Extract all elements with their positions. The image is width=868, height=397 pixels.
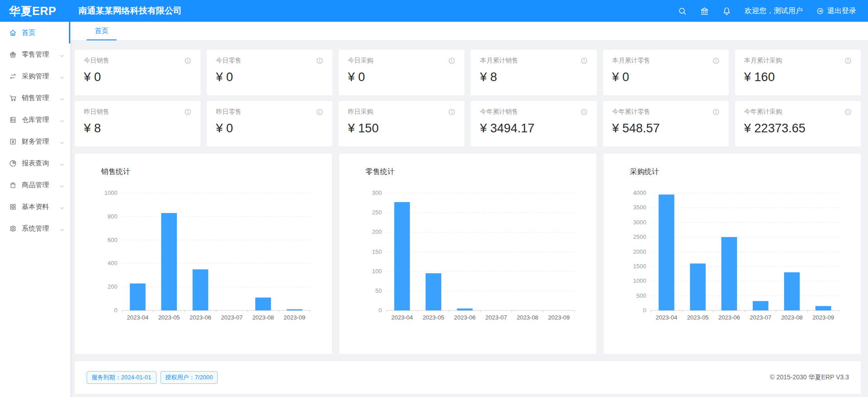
svg-text:2500: 2500 bbox=[633, 233, 646, 240]
gift-icon bbox=[9, 51, 17, 58]
sidebar-item-label: 商品管理 bbox=[22, 181, 49, 189]
sidebar-item-warehouse[interactable]: 仓库管理 bbox=[0, 109, 70, 131]
header-actions: 欢迎您，测试用户 退出登录 bbox=[678, 6, 868, 16]
footer-badge[interactable]: 服务到期：2024-01-01 bbox=[87, 371, 156, 384]
info-icon[interactable] bbox=[844, 108, 852, 116]
stat-card: 今年累计零售 ¥ 548.57 bbox=[603, 101, 729, 146]
svg-text:2000: 2000 bbox=[633, 248, 646, 255]
info-icon[interactable] bbox=[448, 108, 455, 116]
info-icon[interactable] bbox=[316, 108, 323, 116]
info-icon[interactable] bbox=[580, 57, 588, 64]
stat-card: 本月累计零售 ¥ 0 bbox=[603, 50, 729, 95]
stat-card-title: 今日零售 bbox=[216, 57, 241, 65]
info-icon[interactable] bbox=[712, 57, 720, 64]
info-icon[interactable] bbox=[712, 108, 720, 116]
sidebar-item-label: 系统管理 bbox=[22, 224, 49, 233]
info-icon[interactable] bbox=[316, 57, 323, 64]
bar-chart-purchase[interactable]: 050010001500200025003000350040002023-042… bbox=[609, 180, 861, 334]
sidebar-item-label: 首页 bbox=[22, 29, 35, 37]
chart-title: 销售统计 bbox=[101, 167, 332, 177]
bar-chart-sales[interactable]: 020040060080010002023-042023-052023-0620… bbox=[80, 180, 332, 334]
stat-card-value: ¥ 22373.65 bbox=[744, 121, 852, 136]
logout-button[interactable]: 退出登录 bbox=[816, 6, 856, 16]
info-icon[interactable] bbox=[580, 108, 588, 116]
pie-chart-icon bbox=[9, 160, 17, 167]
chevron-down-icon bbox=[59, 52, 64, 57]
svg-text:2023-06: 2023-06 bbox=[454, 314, 476, 321]
svg-text:4000: 4000 bbox=[633, 189, 646, 196]
sidebar-item-purchase[interactable]: 采购管理 bbox=[0, 65, 70, 87]
svg-text:2023-05: 2023-05 bbox=[423, 314, 444, 321]
svg-text:0: 0 bbox=[379, 307, 382, 314]
stat-card-title: 昨日采购 bbox=[348, 108, 373, 116]
footer-panel: 服务到期：2024-01-01授权用户：7/2000 © 2015-2030 华… bbox=[75, 361, 861, 394]
svg-text:800: 800 bbox=[107, 213, 117, 220]
sidebar-item-reports[interactable]: 报表查询 bbox=[0, 152, 70, 174]
sidebar-item-goods[interactable]: 商品管理 bbox=[0, 174, 70, 196]
sidebar-item-finance[interactable]: 财务管理 bbox=[0, 131, 70, 152]
sidebar-item-system[interactable]: 系统管理 bbox=[0, 218, 70, 239]
info-icon[interactable] bbox=[844, 57, 852, 64]
info-icon[interactable] bbox=[184, 108, 191, 116]
sidebar-item-label: 仓库管理 bbox=[22, 116, 49, 124]
svg-text:300: 300 bbox=[372, 189, 382, 196]
stat-card-title: 昨日零售 bbox=[216, 108, 241, 116]
stat-card-title: 今年累计销售 bbox=[480, 108, 518, 116]
sidebar-item-basic[interactable]: 基本资料 bbox=[0, 196, 70, 218]
stat-card-title: 昨日销售 bbox=[84, 108, 109, 116]
chart-row: 销售统计020040060080010002023-042023-052023-… bbox=[75, 154, 861, 354]
app-logo: 华夏ERP bbox=[0, 4, 70, 19]
chevron-down-icon bbox=[59, 117, 64, 122]
svg-text:2023-06: 2023-06 bbox=[718, 314, 740, 321]
sidebar-item-retail[interactable]: 零售管理 bbox=[0, 44, 70, 65]
sidebar: 首页零售管理采购管理销售管理仓库管理财务管理报表查询商品管理基本资料系统管理 bbox=[0, 22, 70, 397]
search-icon[interactable] bbox=[678, 7, 687, 15]
stat-card: 今日采购 ¥ 0 bbox=[339, 50, 464, 95]
info-icon[interactable] bbox=[184, 57, 191, 64]
stat-card: 本月累计销售 ¥ 8 bbox=[471, 50, 596, 95]
stat-card: 昨日销售 ¥ 8 bbox=[75, 101, 200, 146]
svg-text:400: 400 bbox=[107, 260, 117, 266]
stat-card-value: ¥ 548.57 bbox=[612, 121, 720, 136]
stat-card: 今年累计采购 ¥ 22373.65 bbox=[735, 101, 861, 146]
svg-text:2023-09: 2023-09 bbox=[284, 314, 306, 321]
svg-text:0: 0 bbox=[114, 307, 117, 314]
svg-text:2023-07: 2023-07 bbox=[485, 314, 507, 321]
bank-icon[interactable] bbox=[700, 7, 709, 15]
tab-bar: 首页 bbox=[70, 22, 868, 41]
svg-text:600: 600 bbox=[107, 237, 117, 243]
stat-card: 今年累计销售 ¥ 3494.17 bbox=[471, 101, 596, 146]
welcome-text: 欢迎您，测试用户 bbox=[745, 6, 803, 16]
chevron-down-icon bbox=[59, 161, 64, 166]
tab-home[interactable]: 首页 bbox=[87, 22, 117, 40]
svg-text:200: 200 bbox=[372, 228, 382, 235]
sidebar-item-home[interactable]: 首页 bbox=[0, 22, 70, 44]
svg-text:2023-04: 2023-04 bbox=[391, 314, 413, 321]
stat-card-value: ¥ 0 bbox=[612, 70, 720, 84]
stat-cards: 今日销售 ¥ 0 今日零售 ¥ 0 今日采购 ¥ 0 本月累计销售 ¥ 8 本月… bbox=[75, 50, 861, 146]
stat-card-title: 今年累计采购 bbox=[744, 108, 782, 116]
sidebar-item-label: 销售管理 bbox=[22, 94, 49, 102]
sidebar-item-sales[interactable]: 销售管理 bbox=[0, 87, 70, 109]
logout-icon bbox=[816, 7, 824, 15]
info-icon[interactable] bbox=[448, 57, 455, 64]
stat-card-value: ¥ 0 bbox=[348, 70, 455, 84]
cart-icon bbox=[9, 94, 17, 102]
finance-icon bbox=[9, 138, 17, 145]
bar-chart-retail[interactable]: 0501001502002503002023-042023-052023-062… bbox=[345, 180, 596, 334]
swap-icon bbox=[9, 73, 17, 80]
svg-text:2023-06: 2023-06 bbox=[190, 314, 211, 321]
svg-text:1000: 1000 bbox=[633, 277, 646, 284]
svg-text:2023-05: 2023-05 bbox=[158, 314, 180, 321]
footer-badge[interactable]: 授权用户：7/2000 bbox=[161, 371, 218, 384]
sidebar-item-label: 基本资料 bbox=[22, 203, 49, 211]
stat-card-value: ¥ 8 bbox=[480, 70, 587, 84]
stat-card-value: ¥ 160 bbox=[744, 70, 852, 84]
dashboard-content: 今日销售 ¥ 0 今日零售 ¥ 0 今日采购 ¥ 0 本月累计销售 ¥ 8 本月… bbox=[70, 41, 868, 397]
stat-card-value: ¥ 0 bbox=[216, 121, 323, 136]
storage-icon bbox=[9, 116, 17, 124]
stat-card-value: ¥ 0 bbox=[84, 70, 191, 84]
svg-text:2023-08: 2023-08 bbox=[517, 314, 538, 321]
bell-icon[interactable] bbox=[722, 7, 731, 15]
sidebar-item-label: 采购管理 bbox=[22, 72, 49, 81]
